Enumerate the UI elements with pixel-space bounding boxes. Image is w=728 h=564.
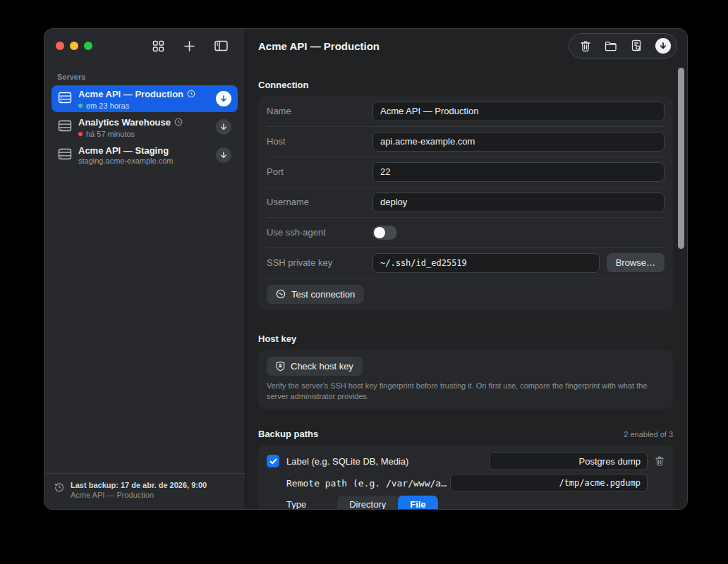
backup-paths-section-title: Backup paths — [258, 429, 318, 439]
traffic-lights — [56, 42, 92, 50]
test-connection-row: Test connection — [258, 278, 673, 310]
add-server-icon[interactable] — [183, 40, 195, 52]
check-host-key-label: Check host key — [291, 361, 353, 372]
username-input[interactable] — [372, 192, 665, 212]
remote-path-input[interactable] — [450, 474, 648, 492]
server-icon — [58, 148, 72, 163]
sidebar-titlebar — [44, 29, 245, 63]
server-subtitle: staging.acme-example.com — [78, 157, 174, 165]
backup-now-button[interactable] — [216, 91, 231, 106]
connection-wave-icon — [276, 289, 286, 299]
servers-section-label: Servers — [57, 73, 245, 81]
check-host-key-button[interactable]: Check host key — [267, 357, 363, 376]
connection-card: Name Host Port Username — [258, 96, 673, 310]
username-row: Username — [258, 187, 673, 217]
zoom-button[interactable] — [84, 42, 92, 50]
enabled-checkbox[interactable] — [267, 455, 279, 467]
sidebar-item-acme-staging[interactable]: Acme API — Staging staging.acme-example.… — [51, 142, 238, 168]
server-title: Acme API — Production — [78, 89, 183, 99]
port-input[interactable] — [372, 162, 665, 182]
sidebar-item-analytics-warehouse[interactable]: Analytics Warehouse há 57 minutos — [51, 114, 238, 140]
backup-label-input[interactable] — [489, 452, 648, 470]
schedule-clock-icon — [187, 88, 195, 101]
name-input[interactable] — [372, 102, 665, 121]
server-icon — [58, 92, 72, 106]
port-row: Port — [258, 157, 673, 187]
backup-path-row: Remote path (e.g. /var/www/a… — [286, 474, 665, 492]
shield-lock-icon — [276, 361, 285, 372]
toggle-sidebar-icon[interactable] — [214, 40, 228, 51]
minimize-button[interactable] — [70, 42, 78, 50]
scrollbar[interactable] — [678, 68, 684, 249]
backup-label-row: Label (e.g. SQLite DB, Media) — [267, 452, 665, 470]
toggle-knob — [374, 227, 385, 238]
backup-now-button[interactable] — [216, 147, 231, 163]
server-subtitle: há 57 minutos — [86, 130, 135, 138]
server-icon — [58, 120, 72, 135]
connection-section-title: Connection — [258, 80, 673, 90]
status-dot-red — [78, 132, 83, 136]
host-input[interactable] — [372, 132, 665, 152]
backup-path-card: Label (e.g. SQLite DB, Media) Remote pat… — [258, 445, 673, 509]
backup-label-field-label: Label (e.g. SQLite DB, Media) — [286, 456, 489, 467]
name-label: Name — [267, 106, 372, 116]
enabled-count-badge: 2 enabled of 3 — [624, 430, 673, 439]
last-backup-date: Last backup: 17 de abr. de 2026, 9:00 — [71, 481, 207, 489]
server-subtitle: em 23 horas — [86, 102, 129, 110]
private-key-input[interactable] — [372, 253, 600, 273]
name-row: Name — [258, 96, 673, 126]
detail-content: Connection Name Host Port U — [245, 80, 687, 509]
host-key-section-title: Host key — [258, 333, 673, 344]
desktop: Servers Acme API — Production — [0, 0, 728, 564]
host-row: Host — [258, 126, 673, 157]
detail-panel: Acme API — Production — [245, 29, 687, 509]
host-label: Host — [267, 136, 372, 147]
server-title: Acme API — Staging — [78, 145, 169, 156]
backup-now-button[interactable] — [216, 119, 231, 135]
schedule-clock-icon — [174, 116, 183, 129]
private-key-label: SSH private key — [267, 257, 372, 268]
backup-paths-header: Backup paths 2 enabled of 3 — [258, 429, 673, 439]
ssh-agent-label: Use ssh-agent — [267, 227, 372, 238]
last-backup-footer: Last backup: 17 de abr. de 2026, 9:00 Ac… — [44, 473, 245, 509]
host-key-card: Check host key Verify the server's SSH h… — [258, 350, 673, 409]
grid-view-icon[interactable] — [152, 40, 164, 52]
last-backup-server: Acme API — Production — [71, 491, 207, 499]
detail-header: Acme API — Production — [245, 29, 687, 63]
server-list: Acme API — Production em 23 horas — [44, 85, 245, 170]
type-label: Type — [286, 499, 306, 509]
close-button[interactable] — [56, 42, 64, 50]
header-actions — [569, 33, 677, 59]
backup-now-header-button[interactable] — [655, 38, 671, 54]
sidebar-item-acme-production[interactable]: Acme API — Production em 23 horas — [51, 85, 238, 112]
private-key-row: SSH private key Browse… — [258, 247, 673, 278]
backup-type-row: Type Directory File — [286, 496, 665, 509]
test-connection-button[interactable]: Test connection — [267, 285, 364, 304]
browse-button[interactable]: Browse… — [607, 253, 665, 272]
ssh-agent-row: Use ssh-agent — [258, 217, 673, 247]
port-label: Port — [267, 166, 372, 177]
server-title: Analytics Warehouse — [78, 117, 171, 128]
ssh-agent-toggle[interactable] — [372, 226, 397, 240]
sidebar: Servers Acme API — Production — [44, 29, 245, 509]
username-label: Username — [267, 197, 372, 207]
backup-history-icon — [54, 482, 64, 495]
type-option-file[interactable]: File — [398, 496, 437, 509]
test-connection-label: Test connection — [291, 289, 355, 300]
view-log-icon[interactable] — [631, 39, 642, 52]
type-option-directory[interactable]: Directory — [337, 496, 398, 509]
delete-server-icon[interactable] — [580, 40, 591, 52]
remote-path-field-label: Remote path (e.g. /var/www/a… — [286, 478, 450, 489]
type-segmented-control: Directory File — [337, 496, 437, 509]
delete-path-icon[interactable] — [655, 455, 665, 467]
app-window: Servers Acme API — Production — [44, 28, 688, 510]
page-title: Acme API — Production — [258, 40, 380, 52]
status-dot-green — [78, 104, 83, 108]
open-folder-icon[interactable] — [605, 41, 617, 51]
host-key-description: Verify the server's SSH host key fingerp… — [267, 381, 665, 402]
